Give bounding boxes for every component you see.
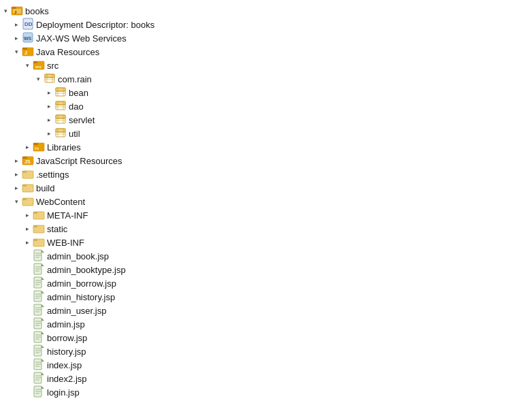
svg-rect-48 (22, 157, 27, 159)
svg-text:J: J (14, 10, 16, 14)
tree-item-java-resources[interactable]: J Java Resources (0, 45, 532, 59)
item-label: src (47, 61, 59, 71)
tree-item-dao[interactable]: dao (0, 99, 532, 113)
item-label: Deployment Descriptor: books (36, 20, 154, 30)
tree-item-admin-history-jsp[interactable]: admin_history.jsp (0, 290, 532, 304)
expand-arrow[interactable] (11, 195, 22, 208)
folder-plain-icon (33, 222, 45, 234)
tree-item-borrow-jsp[interactable]: borrow.jsp (0, 331, 532, 344)
item-label: index.jsp (47, 360, 82, 370)
tree-item-settings[interactable]: .settings (0, 167, 532, 181)
item-label: Java Resources (36, 47, 99, 57)
expand-arrow[interactable] (22, 59, 33, 72)
jsp-icon (33, 372, 45, 384)
svg-marker-113 (41, 386, 44, 389)
item-label: admin_user.jsp (47, 306, 106, 316)
tree-item-admin-borrow-jsp[interactable]: admin_borrow.jsp (0, 276, 532, 290)
expand-arrow[interactable] (22, 222, 33, 236)
item-label: admin_borrow.jsp (47, 278, 116, 289)
tree-item-deployment-descriptor[interactable]: DD Deployment Descriptor: books (0, 18, 532, 31)
package-icon (54, 86, 67, 98)
expand-arrow[interactable] (11, 45, 22, 59)
tree-item-javascript-resources[interactable]: JS JavaScript Resources (0, 154, 532, 167)
jsp-icon (33, 263, 45, 275)
tree-item-webcontent[interactable]: WebContent (0, 195, 532, 208)
expand-arrow[interactable] (11, 18, 22, 31)
tree-item-admin-jsp[interactable]: admin.jsp (0, 317, 532, 331)
expand-arrow[interactable] (0, 4, 11, 18)
expand-arrow[interactable] (44, 113, 54, 127)
expand-arrow[interactable] (33, 72, 44, 86)
tree-item-admin-booktype-jsp[interactable]: admin_booktype.jsp (0, 263, 532, 276)
item-label: JAX-WS Web Services (36, 33, 127, 44)
tree-item-login-jsp[interactable]: login.jsp (0, 385, 532, 399)
libraries-icon: lib (33, 140, 45, 153)
svg-text:DD: DD (24, 21, 33, 27)
svg-rect-27 (56, 101, 65, 105)
svg-marker-88 (41, 318, 44, 321)
svg-rect-33 (56, 115, 65, 118)
tree-item-meta-inf[interactable]: META-INF (0, 208, 532, 222)
item-label: com.rain (58, 74, 92, 84)
item-label: admin.jsp (47, 319, 85, 330)
expand-arrow[interactable] (22, 140, 33, 154)
tree-item-servlet[interactable]: servlet (0, 113, 532, 127)
svg-rect-53 (22, 185, 27, 187)
svg-rect-39 (56, 129, 65, 132)
tree-item-history-jsp[interactable]: history.jsp (0, 344, 532, 358)
project-icon: J (11, 4, 23, 16)
svg-rect-57 (33, 212, 37, 214)
tree-item-bean[interactable]: bean (0, 86, 532, 99)
expand-arrow[interactable] (11, 181, 22, 195)
item-label: WEB-INF (47, 238, 84, 248)
svg-rect-61 (33, 239, 37, 241)
expand-arrow[interactable] (22, 208, 33, 222)
expand-arrow[interactable] (11, 154, 22, 167)
svg-marker-73 (41, 277, 44, 280)
svg-marker-103 (41, 359, 44, 362)
item-label: index2.jsp (47, 374, 87, 384)
jsp-icon (33, 290, 45, 302)
svg-rect-1 (12, 7, 16, 9)
tree-item-jax-ws[interactable]: WS JAX-WS Web Services (0, 31, 532, 45)
item-label: build (36, 183, 54, 193)
svg-rect-21 (56, 88, 65, 91)
tree-item-index2-jsp[interactable]: index2.jsp (0, 372, 532, 385)
folder-web-icon (22, 195, 34, 207)
jsp-icon (33, 331, 45, 343)
expand-arrow[interactable] (22, 236, 33, 249)
expand-arrow[interactable] (11, 167, 22, 181)
tree-item-libraries[interactable]: lib Libraries (0, 140, 532, 154)
jsp-icon (33, 385, 45, 398)
tree-item-admin-book-jsp[interactable]: admin_book.jsp (0, 249, 532, 263)
package-icon (54, 99, 67, 112)
expand-arrow[interactable] (44, 86, 54, 99)
webservice-icon: WS (22, 31, 34, 44)
tree-item-src[interactable]: src src (0, 59, 532, 72)
tree-item-static[interactable]: static (0, 222, 532, 236)
folder-plain-icon (33, 208, 45, 221)
expand-arrow[interactable] (44, 127, 54, 140)
jsp-icon (33, 317, 45, 330)
package-icon (54, 113, 67, 125)
expand-arrow[interactable] (44, 99, 54, 113)
item-label: Libraries (47, 142, 81, 153)
tree-item-util[interactable]: util (0, 127, 532, 140)
tree-item-index-jsp[interactable]: index.jsp (0, 358, 532, 372)
tree-item-com-rain[interactable]: com.rain (0, 72, 532, 86)
item-label: .settings (36, 170, 69, 180)
java-resources-icon: J (22, 45, 34, 57)
descriptor-icon: DD (22, 18, 34, 30)
expand-arrow[interactable] (11, 31, 22, 45)
folder-plain-icon (33, 236, 45, 248)
tree-item-build[interactable]: build (0, 181, 532, 195)
item-label: META-INF (47, 210, 88, 221)
tree-item-books[interactable]: J books (0, 4, 532, 18)
folder-plain-icon (22, 167, 34, 180)
tree-item-web-inf[interactable]: WEB-INF (0, 236, 532, 249)
tree-item-admin-user-jsp[interactable]: admin_user.jsp (0, 304, 532, 317)
folder-plain-icon (22, 181, 34, 193)
svg-rect-59 (33, 225, 37, 227)
jsp-icon (33, 304, 45, 316)
svg-text:lib: lib (35, 146, 39, 150)
